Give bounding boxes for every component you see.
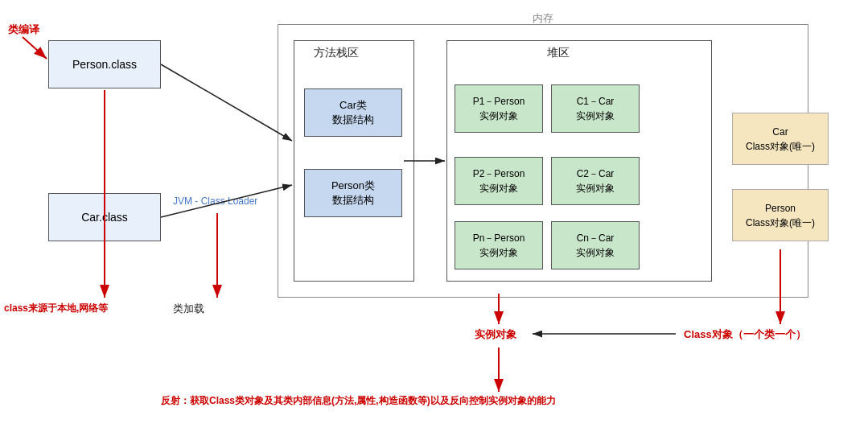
person-class-obj-label: PersonClass对象(唯一) <box>746 201 815 230</box>
p2-label: P2－Person实例对象 <box>473 167 525 195</box>
c1-label: C1－Car实例对象 <box>576 94 615 123</box>
svg-line-3 <box>23 37 47 59</box>
cn-label: Cn－Car实例对象 <box>576 231 615 260</box>
p1-label: P1－Person实例对象 <box>473 94 525 123</box>
c2-label: C2－Car实例对象 <box>576 167 615 195</box>
person-data-label: Person类数据结构 <box>331 179 375 208</box>
p1-instance-box: P1－Person实例对象 <box>455 84 543 133</box>
person-data-box: Person类数据结构 <box>304 169 402 217</box>
pn-label: Pn－Person实例对象 <box>473 231 525 260</box>
c1-instance-box: C1－Car实例对象 <box>551 84 640 133</box>
car-data-box: Car类数据结构 <box>304 88 402 137</box>
pn-instance-box: Pn－Person实例对象 <box>455 221 543 269</box>
label-class-obj: Class对象（一个类一个） <box>684 327 806 342</box>
car-data-label: Car类数据结构 <box>332 98 374 127</box>
car-class-label: Car.class <box>81 211 128 224</box>
label-reflection: 反射：获取Class类对象及其类内部信息(方法,属性,构造函数等)以及反向控制实… <box>161 394 556 408</box>
car-class-box: Car.class <box>48 193 161 241</box>
cn-instance-box: Cn－Car实例对象 <box>551 221 640 269</box>
p2-instance-box: P2－Person实例对象 <box>455 157 543 205</box>
method-stack-box <box>294 40 414 282</box>
method-stack-label: 方法栈区 <box>314 46 359 60</box>
label-class-load: 类加载 <box>173 302 204 316</box>
car-class-obj-label: CarClass对象(唯一) <box>746 125 815 154</box>
label-instance-obj: 实例对象 <box>475 327 516 342</box>
heap-label: 堆区 <box>547 46 570 60</box>
person-class-obj-box: PersonClass对象(唯一) <box>732 189 829 241</box>
car-class-obj-box: CarClass对象(唯一) <box>732 113 829 165</box>
person-class-label: Person.class <box>72 58 137 71</box>
label-class-translate: 类编译 <box>8 23 39 37</box>
diagram-container: Person.class Car.class 内存 方法栈区 Car类数据结构 … <box>0 0 868 436</box>
label-class-source: class来源于本地,网络等 <box>4 302 108 315</box>
c2-instance-box: C2－Car实例对象 <box>551 157 640 205</box>
label-jvm-classloader: JVM - Class Loader <box>173 195 257 207</box>
person-class-box: Person.class <box>48 40 161 88</box>
svg-line-4 <box>161 64 292 141</box>
